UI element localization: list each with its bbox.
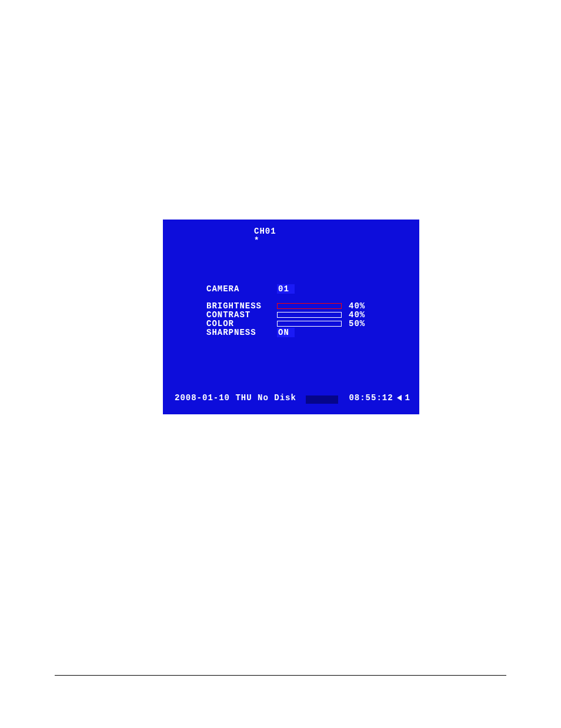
status-time: 08:55:12 (349, 393, 393, 403)
sharpness-label: SHARPNESS (206, 328, 277, 337)
contrast-percent: 40% (349, 310, 372, 320)
color-row[interactable]: COLOR 50% (206, 319, 372, 328)
brightness-percent: 40% (349, 301, 372, 311)
status-right: 08:55:12 1 (349, 393, 410, 403)
settings-panel: CAMERA 01 BRIGHTNESS 40% CONTRAST 40% CO… (206, 284, 372, 337)
sharpness-row[interactable]: SHARPNESS ON (206, 328, 372, 337)
contrast-bar[interactable] (277, 312, 342, 318)
channel-label: CH01 (254, 227, 276, 236)
audio-channel: 1 (405, 393, 410, 403)
osd-screen: CH01 * CAMERA 01 BRIGHTNESS 40% CONTRAST… (163, 220, 419, 414)
camera-row[interactable]: CAMERA 01 (206, 284, 372, 293)
camera-label: CAMERA (206, 284, 277, 294)
brightness-bar[interactable] (277, 303, 342, 309)
color-label: COLOR (206, 319, 277, 328)
contrast-label: CONTRAST (206, 310, 277, 320)
footer-divider (55, 675, 506, 676)
status-bar: 2008-01-10 THU No Disk 08:55:12 1 (175, 393, 410, 403)
sharpness-value[interactable]: ON (277, 328, 295, 337)
status-datetime: 2008-01-10 THU No Disk (175, 393, 296, 403)
brightness-label: BRIGHTNESS (206, 301, 277, 311)
color-bar[interactable] (277, 321, 342, 327)
brightness-row[interactable]: BRIGHTNESS 40% (206, 301, 372, 310)
contrast-row[interactable]: CONTRAST 40% (206, 310, 372, 319)
camera-value[interactable]: 01 (277, 284, 295, 294)
recording-indicator: * (254, 236, 259, 245)
color-percent: 50% (349, 319, 372, 328)
speaker-icon (397, 395, 402, 401)
